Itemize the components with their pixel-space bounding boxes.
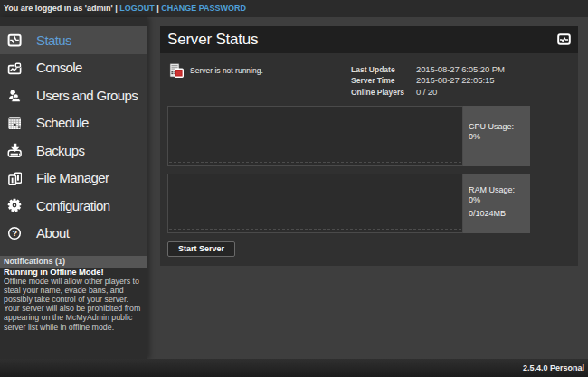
svg-text:?: ?	[13, 229, 17, 238]
